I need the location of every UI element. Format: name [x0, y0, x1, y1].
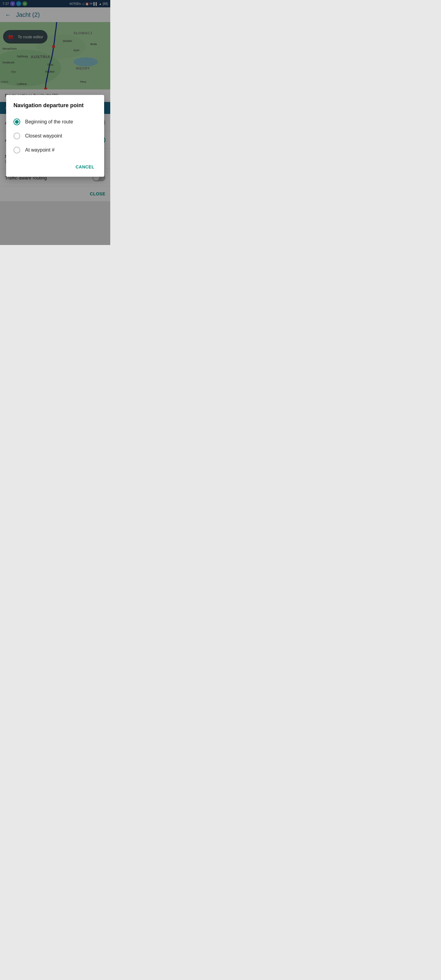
radio-circle-beginning [13, 119, 20, 125]
radio-option-closest[interactable]: Closest waypoint [13, 129, 98, 143]
radio-option-beginning[interactable]: Beginning of the route [13, 115, 98, 129]
radio-label-beginning: Beginning of the route [25, 119, 73, 125]
page-wrapper: 7:37 V 🐦 ✉ 447KB/s ◁ ⏰ H⁺▌▌ ▲ [88] ← Jac… [0, 0, 110, 245]
radio-dot-beginning [15, 120, 19, 124]
dialog-title: Navigation departure point [13, 102, 98, 109]
dialog-actions: CANCEL [13, 162, 98, 172]
radio-label-waypoint: At waypoint # [25, 147, 54, 153]
radio-option-waypoint[interactable]: At waypoint # [13, 143, 98, 157]
radio-circle-waypoint [13, 147, 20, 153]
cancel-button[interactable]: CANCEL [72, 162, 98, 172]
radio-label-closest: Closest waypoint [25, 133, 62, 139]
navigation-departure-dialog: Navigation departure point Beginning of … [6, 95, 104, 177]
radio-circle-closest [13, 133, 20, 139]
